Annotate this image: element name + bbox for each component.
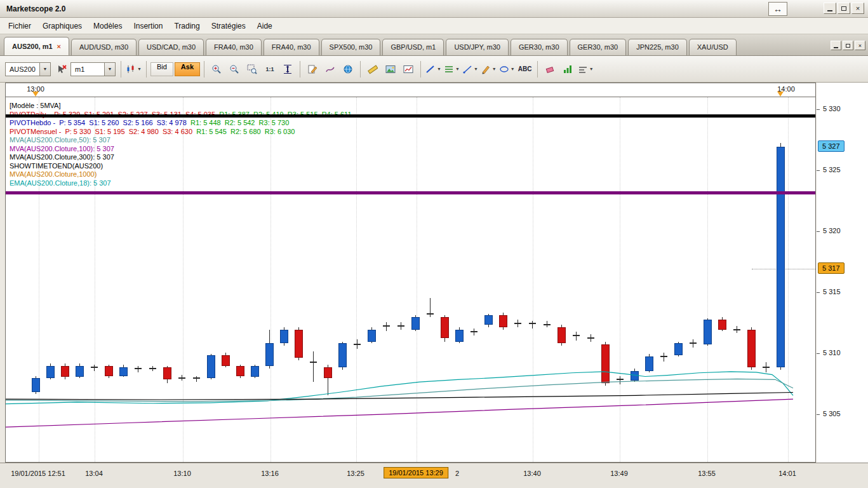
ruler-icon [368, 64, 378, 74]
overlay-text: PIVOTHebdo - P: 5 354 S1: 5 260 S2: 5 16… [10, 119, 190, 126]
trendline-tool-button[interactable]: ▼ [425, 61, 442, 78]
separator [537, 61, 538, 78]
analyze-icon [563, 64, 573, 74]
zoom-in-button[interactable] [208, 61, 225, 78]
tab-fra40-m30[interactable]: FRA40, m30 [264, 39, 319, 55]
overlay-line: [Modèle : 5MVA] [10, 102, 352, 111]
tab-usd-cad-m30[interactable]: USD/CAD, m30 [138, 39, 204, 55]
tab-strip: AUS200, m1×AUD/USD, m30USD/CAD, m30FRA40… [4, 34, 831, 55]
overlay-line: SHOWTIMETOEND(AUS200) [10, 162, 352, 171]
menu-item-aide[interactable]: Aide [251, 19, 278, 33]
price-tick [817, 109, 820, 110]
dock-resize-button[interactable]: ↔ [768, 2, 787, 16]
menu-item-trading[interactable]: Trading [168, 19, 205, 33]
menu-item-modeles[interactable]: Modèles [88, 19, 128, 33]
tab-aud-usd-m30[interactable]: AUD/USD, m30 [71, 39, 137, 55]
zoom-box-button[interactable] [244, 61, 260, 78]
symbol-combobox[interactable]: AUS200 ▼ [5, 62, 51, 76]
ask-button[interactable]: Ask [175, 62, 200, 76]
ray-tool-button[interactable]: ▼ [462, 61, 479, 78]
menu-item-graphiques[interactable]: Graphiques [37, 19, 88, 33]
chevron-down-icon[interactable]: ▼ [104, 63, 115, 76]
time-label: 13:16 [261, 470, 279, 477]
price-label: 5 325 [823, 166, 841, 173]
toolbar: AUS200 ▼ m1 ▼ ▼ Bid Ask 1:1 [0, 56, 868, 83]
tab-label: GER30, m30 [578, 43, 618, 51]
timeframe-combobox[interactable]: m1 ▼ [70, 62, 116, 76]
zoom-out-button[interactable] [226, 61, 243, 78]
tab-spx500-m30[interactable]: SPX500, m30 [321, 39, 381, 55]
close-icon: × [858, 43, 862, 49]
pencil-tool-button[interactable]: ▼ [480, 61, 497, 78]
ma-line-ema-aus200-cloture-18 [6, 372, 793, 404]
overlay-text: [Modèle : 5MVA] [10, 102, 61, 109]
tab-xau-usd[interactable]: XAU/USD [689, 39, 737, 55]
menu-item-strategies[interactable]: Stratégies [206, 19, 251, 33]
bid-button[interactable]: Bid [150, 62, 173, 76]
menu-item-insertion[interactable]: Insertion [128, 19, 168, 33]
web-button[interactable] [340, 61, 356, 78]
maximize-icon [841, 6, 846, 11]
marketscope-window: Marketscope 2.0 ↔ × FichierGraphiquesMod… [0, 0, 868, 488]
overlay-text: MVA(AUS200.Cloture,100): 5 307 [10, 145, 114, 152]
chevron-down-icon: ▼ [511, 67, 515, 71]
indicator-hline [6, 191, 815, 194]
ruler-button[interactable] [364, 61, 381, 78]
price-tick [817, 353, 820, 354]
close-button[interactable]: × [851, 3, 864, 14]
tab-jpn225-m30[interactable]: JPN225, m30 [628, 39, 687, 55]
tab-gbp-usd-m1[interactable]: GBP/USD, m1 [382, 39, 444, 55]
overlay-text: SHOWTIMETOEND(AUS200) [10, 162, 103, 170]
tab-ger30-m30[interactable]: GER30, m30 [570, 39, 627, 55]
chart-minimize-button[interactable] [831, 41, 841, 50]
cursor-disable-button[interactable] [53, 61, 70, 78]
chevron-down-icon[interactable]: ▼ [39, 63, 50, 76]
menu-item-fichier[interactable]: Fichier [3, 19, 37, 33]
freehand-button[interactable] [322, 61, 338, 78]
time-label: 13:25 [347, 470, 364, 477]
bottom-axis[interactable]: 19/01/2015 12:5113:0413:1013:1613:2519/0… [0, 463, 868, 488]
separator [146, 61, 147, 78]
indicator-hline [6, 114, 815, 118]
plot-area[interactable]: [Modèle : 5MVA]PIVOTDaily - P: 5 329 S1:… [6, 97, 815, 462]
ellipse-tool-button[interactable]: ▼ [498, 61, 516, 78]
tab-ger30-m30[interactable]: GER30, m30 [511, 39, 568, 55]
zoom-100-button[interactable]: 1:1 [262, 61, 278, 78]
overlay-text: PIVOTMensuel - P: 5 330 S1: 5 195 S2: 4 … [10, 128, 196, 135]
hline-tool-button[interactable]: ▼ [443, 61, 460, 78]
eraser-button[interactable] [542, 61, 558, 78]
time-ruler[interactable]: 13:0014:00 [6, 83, 815, 97]
separator [420, 61, 421, 78]
zoom-out-icon [229, 64, 239, 74]
price-axis[interactable]: 5 3305 3255 3205 3155 3105 3055 3275 317 [817, 83, 868, 463]
price-tick [817, 292, 820, 293]
overlay-text: R1: 5 545 R2: 5 680 R3: 6 030 [196, 128, 295, 135]
overlay-text: R1: 5 448 R2: 5 542 R3: 5 730 [190, 119, 289, 126]
chevron-down-icon: ▼ [437, 67, 441, 71]
tab-usd-jpy-m30[interactable]: USD/JPY, m30 [446, 39, 509, 55]
tab-fra40-m30[interactable]: FRA40, m30 [206, 39, 262, 55]
chart-in-window-button[interactable] [400, 61, 417, 78]
hour-marker-icon [32, 92, 39, 97]
snapshot-button[interactable] [382, 61, 399, 78]
text-tool-button[interactable]: ABC [517, 61, 533, 78]
close-tab-icon[interactable]: × [57, 43, 61, 50]
chart-close-button[interactable]: × [855, 41, 865, 50]
tab-label: AUD/USD, m30 [79, 43, 128, 51]
overlay-line: MVA(AUS200.Cloture,1000) [10, 170, 352, 179]
analyze-button[interactable] [559, 61, 576, 78]
chevron-down-icon: ▼ [589, 67, 594, 71]
tab-label: GBP/USD, m1 [391, 43, 436, 51]
maximize-button[interactable] [838, 3, 850, 14]
chart-restore-button[interactable] [843, 41, 853, 50]
chart-type-button[interactable]: ▼ [125, 61, 142, 78]
title-bar: Marketscope 2.0 ↔ × [0, 0, 868, 18]
vertical-fit-button[interactable] [279, 61, 296, 78]
minimize-button[interactable] [824, 3, 836, 14]
zoom-box-icon [247, 64, 257, 74]
indicator-edit-button[interactable] [304, 61, 321, 78]
overlay-line: MVA(AUS200.Cloture,300): 5 307 [10, 153, 352, 162]
tab-aus200-m1[interactable]: AUS200, m1× [4, 37, 69, 55]
overlay-text: MVA(AUS200.Cloture,1000) [10, 170, 97, 178]
more-lines-button[interactable]: ▼ [577, 61, 594, 78]
